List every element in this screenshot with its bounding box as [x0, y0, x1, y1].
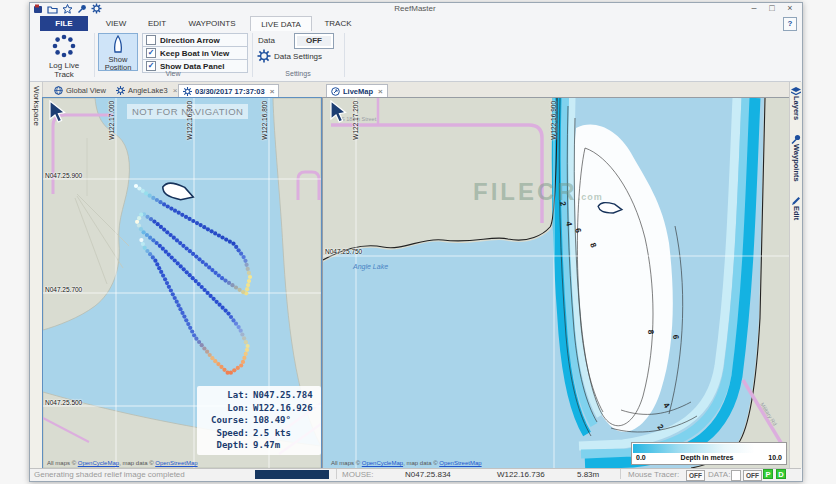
depth-value: 9.47m [253, 439, 280, 452]
group-label-settings: Settings [254, 70, 342, 77]
ribbon-separator [344, 33, 345, 77]
gear-icon[interactable] [91, 3, 102, 14]
lon-label: W122.16.800 [261, 101, 268, 140]
quick-access-toolbar [33, 3, 102, 14]
live-data-panel: Lat:N047.25.784 Lon:W122.16.926 Course:1… [197, 386, 321, 455]
map-cursor-icon [328, 100, 348, 124]
tab-global-view[interactable]: Global View [50, 84, 110, 97]
speed-value: 2.5 kts [253, 427, 291, 440]
data-indicator-box [731, 470, 741, 481]
show-position-button[interactable]: ShowPosition [98, 33, 138, 71]
legend-title: Depth in metres [681, 454, 734, 461]
lon-label: W122.16.900 [550, 101, 557, 140]
sonar-log-gear-icon [116, 86, 125, 95]
tab-close-icon[interactable]: × [173, 86, 178, 95]
layers-icon [791, 87, 801, 96]
ribbon-separator [94, 33, 95, 77]
sidebar-item-waypoints[interactable]: Waypoints [791, 134, 801, 182]
position-status-badge[interactable]: P [763, 469, 773, 479]
workspace-sidebar-label: Workspace [32, 86, 41, 126]
status-message: Generating shaded relief image completed [34, 470, 185, 479]
lat-label: N047.25.500 [45, 399, 82, 406]
sonar-track-map[interactable]: NOT FOR NAVIGATION N047.25.900 N047.25.7… [42, 97, 322, 469]
checkbox-box [146, 35, 156, 45]
lat-value: N047.25.784 [253, 389, 313, 402]
checkbox-box [146, 48, 156, 58]
livemap-panel[interactable]: S 188th Street Military Rd 24688642 N047… [322, 97, 792, 469]
lat-label: N047.25.700 [45, 286, 82, 293]
reefmaster-app: ReefMaster – □ × FILE VIEW EDIT WAYPOINT… [0, 0, 836, 484]
depth-gradient-bar [633, 444, 785, 453]
data-toggle[interactable]: OFF [743, 470, 762, 481]
minimize-button[interactable]: – [746, 3, 762, 14]
checkbox-keep-boat-in-view[interactable]: Keep Boat in View [142, 46, 248, 60]
window-title: ReefMaster [29, 4, 801, 13]
close-button[interactable]: × [782, 3, 798, 14]
pin-icon[interactable] [77, 4, 87, 14]
data-toggle-button[interactable]: OFF [294, 33, 334, 49]
livemap-icon [331, 87, 340, 96]
openstreetmap-link[interactable]: OpenStreetMap [439, 460, 481, 466]
tab-view[interactable]: VIEW [98, 16, 134, 31]
tab-close-icon[interactable]: × [270, 87, 275, 96]
data-status-label: DATA: [708, 470, 730, 479]
depth-legend: 0.0 Depth in metres 10.0 [631, 442, 787, 465]
data-settings-gear-icon[interactable] [257, 49, 271, 63]
map-attribution: All maps © OpenCycleMap, map data © Open… [47, 460, 198, 466]
opencyclemap-link[interactable]: OpenCycleMap [78, 460, 119, 466]
boat-icon [111, 35, 125, 54]
opencyclemap-link[interactable]: OpenCycleMap [362, 460, 403, 466]
course-value: 108.49° [253, 414, 291, 427]
legend-max: 10.0 [768, 454, 782, 461]
globe-icon [54, 86, 63, 95]
status-separator [336, 469, 337, 479]
mouse-lat-value: N047.25.834 [405, 470, 451, 479]
map-cursor-icon [47, 100, 67, 124]
depth-status-badge[interactable]: D [776, 469, 786, 479]
status-separator [620, 469, 621, 479]
tab-close-icon[interactable]: × [378, 87, 383, 96]
progress-bar [255, 470, 329, 479]
edit-pencil-icon [791, 196, 801, 206]
sidebar-item-edit[interactable]: Edit [791, 196, 801, 220]
tab-waypoints[interactable]: WAYPOINTS [180, 16, 244, 31]
legend-min: 0.0 [636, 454, 646, 461]
filecr-watermark: FILECR.com [473, 178, 603, 206]
tab-livemap[interactable]: LiveMap× [326, 84, 388, 98]
lon-label: W122.16.900 [186, 101, 193, 140]
app-icon[interactable] [33, 4, 43, 14]
folder-icon[interactable] [47, 4, 58, 14]
right-sidebar: Layers Waypoints Edit [789, 82, 802, 468]
lon-label: W122.17.200 [352, 101, 359, 140]
lat-label: N047.25.900 [45, 172, 82, 179]
ribbon-separator [252, 33, 253, 77]
lake-name-label: Angle Lake [353, 263, 388, 270]
data-label: Data [258, 36, 275, 45]
star-icon[interactable] [62, 4, 73, 14]
livemap-canvas[interactable]: S 188th Street Military Rd 24688642 [323, 98, 791, 468]
group-label-view: View [98, 70, 248, 77]
track-dots-icon [51, 33, 77, 59]
tab-sonar-log-datetime[interactable]: 03/30/2017 17:37:03× [178, 84, 279, 98]
mouse-tracer-label: Mouse Tracer: [628, 470, 679, 479]
sidebar-item-layers[interactable]: Layers [791, 87, 801, 120]
help-button[interactable]: ? [783, 17, 797, 31]
tab-live-data[interactable]: LIVE DATA [250, 16, 312, 31]
checkbox-direction-arrow[interactable]: Direction Arrow [142, 33, 248, 47]
maximize-button[interactable]: □ [764, 3, 780, 14]
mouse-lon-value: W122.16.736 [497, 470, 545, 479]
tab-track[interactable]: TRACK [318, 16, 358, 31]
data-settings-button[interactable]: Data Settings [274, 52, 322, 61]
lat-label: N047.25.750 [325, 248, 362, 255]
lon-label: W122.17.000 [108, 101, 115, 140]
lon-value: W122.16.926 [253, 402, 313, 415]
tab-file[interactable]: FILE [40, 16, 88, 31]
mouse-depth-value: 5.83m [577, 470, 599, 479]
tab-edit[interactable]: EDIT [140, 16, 174, 31]
map-attribution: All maps © OpenCycleMap, map data © Open… [331, 460, 482, 466]
tab-anglelake3[interactable]: AngleLake3× [112, 84, 181, 97]
openstreetmap-link[interactable]: OpenStreetMap [155, 460, 197, 466]
sonar-log-gear-icon [183, 87, 192, 96]
mouse-tracer-toggle[interactable]: OFF [686, 470, 705, 481]
log-live-track-button[interactable]: Log LiveTrack [36, 32, 92, 79]
